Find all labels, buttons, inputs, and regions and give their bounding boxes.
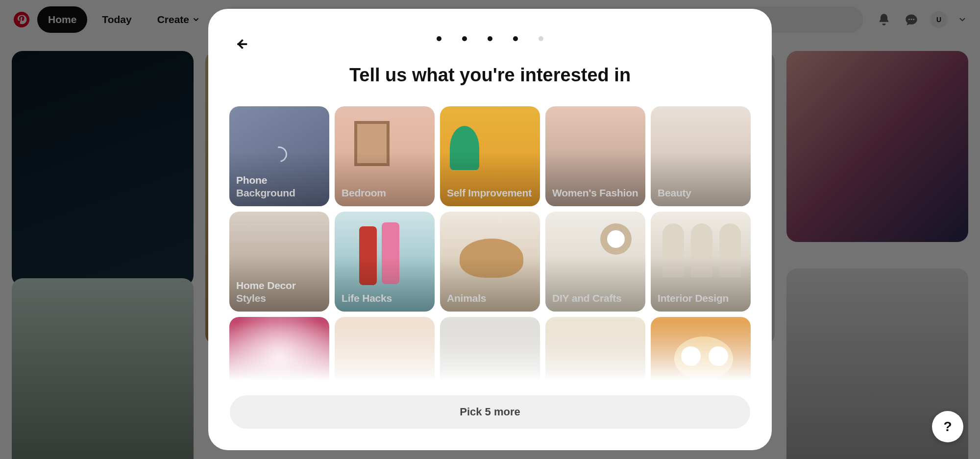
progress-dots: [231, 27, 749, 41]
arrow-left-icon: [234, 37, 249, 51]
interest-label: Self Improvement: [447, 187, 533, 199]
interest-label: Beauty: [658, 187, 744, 199]
interest-tile-phone-background[interactable]: Phone Background: [229, 106, 329, 206]
help-label: ?: [943, 419, 952, 435]
back-button[interactable]: [231, 33, 252, 55]
interest-tile-life-hacks[interactable]: Life Hacks: [335, 212, 435, 312]
interests-modal: Tell us what you're interested in Phone …: [208, 9, 772, 450]
pick-more-label: Pick 5 more: [460, 406, 520, 418]
pick-more-button[interactable]: Pick 5 more: [230, 395, 750, 429]
interest-label: Bedroom: [342, 187, 428, 199]
modal-header: Tell us what you're interested in: [208, 9, 772, 106]
interest-label: Home Decor Styles: [236, 279, 322, 305]
progress-dot: [462, 36, 467, 41]
interest-tile-home-decor-styles[interactable]: Home Decor Styles: [229, 212, 329, 312]
interest-tile-animals[interactable]: Animals: [440, 212, 540, 312]
interest-label: Interior Design: [658, 292, 744, 305]
interest-label: Phone Background: [236, 174, 322, 200]
interest-tile-interior-design[interactable]: Interior Design: [651, 212, 751, 312]
progress-dot: [437, 36, 441, 41]
interest-tile[interactable]: [335, 317, 435, 381]
interest-label: DIY and Crafts: [552, 292, 638, 305]
help-button[interactable]: ?: [932, 411, 963, 442]
interest-tile-bedroom[interactable]: Bedroom: [335, 106, 435, 206]
interest-tile[interactable]: [229, 317, 329, 381]
interest-label: Life Hacks: [342, 292, 428, 305]
progress-dot: [539, 36, 543, 41]
progress-dot: [488, 36, 492, 41]
interest-tile-diy-and-crafts[interactable]: DIY and Crafts: [545, 212, 645, 312]
progress-dot: [513, 36, 518, 41]
interests-grid: Phone Background Bedroom Self Improvemen…: [208, 106, 772, 381]
interest-tile-beauty[interactable]: Beauty: [651, 106, 751, 206]
interest-tile[interactable]: [440, 317, 540, 381]
interest-tile[interactable]: [545, 317, 645, 381]
interest-tile[interactable]: [651, 317, 751, 381]
interest-label: Animals: [447, 292, 533, 305]
interest-tile-self-improvement[interactable]: Self Improvement: [440, 106, 540, 206]
interest-tile-womens-fashion[interactable]: Women's Fashion: [545, 106, 645, 206]
modal-footer: Pick 5 more: [208, 381, 772, 450]
interest-label: Women's Fashion: [552, 187, 638, 199]
modal-title: Tell us what you're interested in: [231, 65, 749, 86]
interests-scroll[interactable]: Phone Background Bedroom Self Improvemen…: [208, 106, 772, 381]
